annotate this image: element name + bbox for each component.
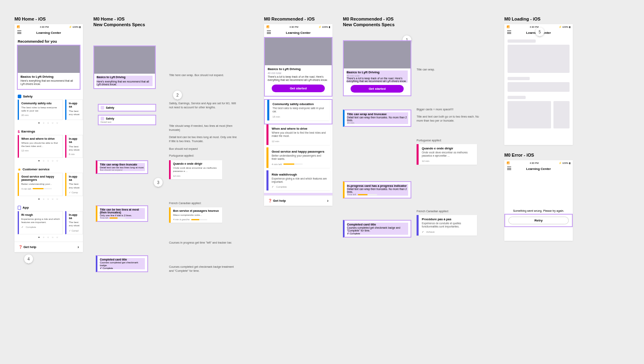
star-icon: ★ — [18, 168, 21, 172]
annotation-badge-2: 2 — [173, 91, 182, 99]
hero-title: Basics to Lyft Driving — [268, 67, 329, 71]
card-meta: 8 min — [69, 153, 80, 155]
phone-icon — [18, 206, 21, 210]
card-title: Completed card title — [100, 258, 127, 261]
error-message: Something went wrong. Please try again. — [504, 209, 573, 214]
course-card-peek[interactable]: In-app sa The best any situat ✓ Comp — [65, 173, 83, 196]
spec-hero: Basics to Lyft Driving 40 min total Ther… — [343, 40, 411, 96]
course-card[interactable]: Community safety edu The best rules to k… — [18, 99, 63, 120]
spec-card-pt: Quando e onde dirigir Onde você deve enc… — [169, 160, 222, 179]
card-title: In-app sa — [69, 213, 80, 220]
chevron-right-icon — [78, 245, 79, 249]
card-meta: Complete — [100, 267, 145, 269]
app-bar: Learning Center — [504, 165, 573, 173]
menu-icon[interactable] — [507, 167, 511, 170]
spec-detail: Detail text — [101, 121, 111, 123]
card-title: Procédure pas à pas — [422, 217, 474, 221]
course-card-peek[interactable]: In-app sa The best any situat ✓ Compl — [65, 211, 83, 234]
spec-hero: Basics to Lyft Driving Here's everything… — [93, 46, 156, 89]
card-detail: Detail text can wrap then truncates. No … — [347, 116, 408, 122]
card-title: Good service and happy passengers — [21, 175, 60, 182]
card-title: Quando e onde dirigir — [173, 162, 220, 165]
category-label: Safety — [23, 95, 33, 98]
note: Safety, Earnings, Service and App are se… — [169, 101, 237, 110]
spec-card-fr: Bon service et passagers heureux Mieux c… — [169, 207, 222, 223]
note: Courses completed get checkmark badge tr… — [169, 265, 237, 273]
spec-mini-card: Title can be two lines at most (then tru… — [96, 205, 148, 222]
spec-list-card: Title can wrap and truncase Detail text … — [343, 110, 411, 127]
card-title: Ride walkthrough — [272, 173, 327, 176]
card-title: Title can be two lines at most (then tru… — [100, 208, 139, 214]
course-card-peek[interactable]: In-app sa The best any situat — [65, 99, 83, 120]
spec-card-pt: Quando e onde dirigir Onde você deve enc… — [417, 144, 477, 165]
list-card[interactable]: Ride walkthrough Experience giving a rid… — [266, 170, 330, 191]
note: Title and text can both go on to two lin… — [417, 115, 485, 123]
category-label: Safety — [106, 106, 114, 109]
page-dots: ● ○ ○ ○ ○ — [14, 234, 83, 242]
retry-button[interactable]: Retry — [508, 217, 569, 224]
card-meta: 12 min — [272, 140, 327, 143]
get-help-row[interactable]: ❓ Get help — [264, 195, 332, 206]
page-dots: ● ○ ○ ○ ○ — [14, 120, 83, 127]
card-detail: The best any situat — [69, 110, 80, 116]
menu-icon[interactable] — [267, 31, 271, 34]
list-card[interactable]: When and where to drive Where you should… — [266, 124, 330, 145]
card-detail: Onde você deve encontrar os melhores pas… — [422, 151, 474, 158]
get-help-label: Get help — [23, 245, 36, 249]
card-meta: Box should not expand — [100, 169, 145, 171]
card-meta: 12 min — [422, 159, 474, 162]
course-card-peek[interactable]: In-app sa The best any situat 8 min — [65, 135, 83, 158]
skeleton-card — [553, 101, 570, 128]
hero-image — [94, 46, 155, 74]
card-title: Title can wrap and truncase — [347, 112, 387, 116]
note: French Canadian applied: — [169, 201, 237, 205]
card-meta: Time left — [347, 193, 356, 196]
progress-bar — [358, 194, 377, 195]
progress-bar — [283, 163, 303, 165]
menu-icon[interactable] — [507, 31, 511, 34]
progress-bar — [109, 217, 126, 219]
phone-loading: 📶 4:30 PM⚡ 100% ▮ Learning Center — [504, 24, 573, 145]
artboard-title: M0 Error - iOS — [504, 152, 573, 158]
card-meta: Complete — [21, 225, 60, 228]
spec-hero-title: Basics to Lyft Driving — [97, 76, 126, 79]
get-help-row[interactable]: ❓ Get help — [14, 242, 83, 252]
menu-icon[interactable] — [17, 31, 21, 34]
card-meta: 12 min — [173, 175, 220, 177]
note: Detail text can be two lines long at mos… — [169, 135, 237, 143]
course-card[interactable]: Ri rough Experience giving a ride and wh… — [18, 211, 63, 234]
card-meta: ✓ Compl — [69, 229, 80, 232]
get-started-button[interactable]: Get started — [351, 85, 404, 93]
artboard-title: M0 Loading - iOS — [504, 16, 573, 22]
card-title: In-app sa — [69, 137, 80, 144]
note: Box should not expand — [169, 147, 237, 151]
skeleton-line — [508, 96, 526, 99]
hero-image — [265, 38, 332, 65]
list-card[interactable]: Good service and happy passengers Better… — [266, 147, 330, 168]
course-card[interactable]: When and where to drive Where you should… — [18, 135, 63, 158]
artboard-title: M0 Recommended - iOS — [264, 16, 332, 22]
card-title: Title can wrap then truncate — [100, 163, 137, 166]
course-card[interactable]: Good service and happy passengers Better… — [18, 173, 63, 196]
annotation-badge-5: 5 — [535, 27, 544, 36]
skeleton-line — [508, 77, 530, 80]
card-title: Community safety edu — [21, 102, 60, 105]
annotation-badge-4: 4 — [24, 254, 33, 263]
app-title: Learning Center — [286, 31, 310, 35]
skeleton-card — [508, 101, 551, 128]
section-recommended: Recommended for you — [14, 37, 83, 45]
progress-bar — [191, 219, 207, 220]
card-detail: Better understanding your... — [21, 182, 60, 186]
dollar-icon: $ — [18, 130, 20, 134]
note: Title can wrap. — [417, 68, 481, 72]
spec-cat-row: Safety — [98, 104, 156, 112]
status-left: 📶 — [17, 25, 20, 28]
get-started-button[interactable]: Get started — [272, 85, 325, 92]
shield-icon — [101, 117, 104, 120]
card-detail: The best any situat — [69, 182, 80, 189]
artboard-title: M0 Home - iOS — [14, 16, 83, 22]
hero-card[interactable]: Basics to Lyft Driving Here's everything… — [17, 45, 80, 90]
hero-card[interactable]: Basics to Lyft Driving 40 min total Ther… — [264, 37, 332, 97]
card-title: Completed card title — [347, 223, 376, 226]
list-card[interactable]: Community safety education The best rule… — [267, 100, 329, 120]
